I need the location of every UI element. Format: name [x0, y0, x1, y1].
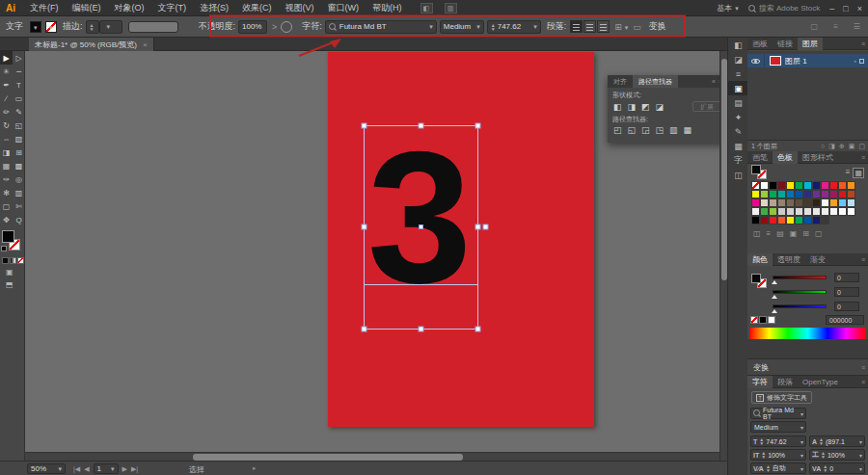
swatch[interactable] — [769, 216, 777, 224]
tab-close-icon[interactable]: × — [143, 40, 148, 49]
layers-menu-icon[interactable]: ≡ — [861, 40, 865, 47]
new-swatch-icon[interactable]: ⊞ — [802, 229, 809, 238]
pen-tool[interactable]: ✒ — [0, 78, 13, 92]
document-layout-icon[interactable]: ▥ — [445, 3, 457, 13]
trim-icon[interactable]: ◱ — [628, 125, 637, 135]
locate-object-icon[interactable]: ○ — [821, 143, 825, 150]
zoom-level-dropdown[interactable]: 50% — [27, 463, 66, 474]
swatch[interactable] — [812, 181, 821, 190]
tab-links[interactable]: 链接 — [773, 38, 798, 50]
b-slider[interactable]: 0 — [773, 301, 859, 312]
stock-search[interactable]: 搜索 Adobe Stock — [748, 3, 821, 13]
swatch[interactable] — [803, 190, 812, 198]
swatch[interactable] — [760, 216, 769, 224]
scale-tool[interactable]: ◱ — [13, 119, 25, 132]
export-panel-icon[interactable]: ◫ — [728, 168, 748, 182]
mesh-tool[interactable]: ▦ — [0, 159, 13, 172]
menu-item-1[interactable]: 编辑(E) — [66, 2, 108, 14]
touch-type-tool-button[interactable]: T 修饰文字工具 — [751, 391, 812, 404]
horizontal-scale-field[interactable]: 工▲▼ 100%▾ — [809, 449, 865, 461]
align-left-icon[interactable] — [570, 20, 583, 33]
swatch-options-icon[interactable]: ▤ — [776, 229, 784, 238]
kerning-field[interactable]: V∕A▲▼ 自动▾ — [750, 462, 806, 474]
swatch[interactable] — [795, 216, 803, 224]
free-transform-tool[interactable]: ▧ — [13, 132, 25, 145]
swatch[interactable] — [803, 216, 812, 224]
swatch[interactable] — [769, 207, 777, 216]
swatch[interactable] — [847, 190, 855, 198]
tab-color[interactable]: 颜色 — [747, 253, 773, 266]
last-artboard-icon[interactable]: ▶| — [131, 465, 138, 473]
line-segment-tool[interactable]: ∕ — [0, 92, 13, 105]
perspective-grid-tool[interactable]: ⊞ — [13, 145, 25, 159]
brushes-panel-icon[interactable]: ✎ — [728, 124, 748, 139]
swatch-fill-stroke-proxy[interactable] — [751, 165, 769, 180]
swatch[interactable] — [786, 207, 795, 216]
rectangle-tool[interactable]: ▭ — [13, 92, 25, 105]
drawing-mode-icon[interactable]: ▣ — [6, 268, 24, 277]
swatch[interactable] — [803, 207, 812, 216]
new-layer-icon[interactable]: ▣ — [849, 143, 855, 150]
swatch[interactable] — [786, 198, 795, 207]
swatch[interactable] — [795, 181, 803, 190]
doc-setup-icon[interactable]: ▭ — [633, 22, 641, 32]
visibility-eye-icon[interactable] — [751, 59, 760, 64]
canvas[interactable]: 3 对齐 路径查找器 « ≡ 形状模式: — [25, 51, 719, 461]
white-swatch-icon[interactable] — [768, 316, 775, 324]
r-slider[interactable]: 0 — [773, 272, 859, 283]
character-style-field[interactable]: Medium▾ — [750, 421, 806, 433]
tab-transparency[interactable]: 透明度 — [773, 253, 805, 266]
gradient-tool[interactable]: ▩ — [13, 159, 25, 172]
g-slider-thumb[interactable] — [772, 295, 777, 299]
swatch-kinds-icon[interactable]: ≡ — [767, 229, 772, 238]
swatch[interactable] — [847, 198, 855, 207]
swatch[interactable] — [838, 181, 847, 190]
swatch-libraries-icon[interactable]: ◫ — [753, 229, 761, 238]
rotate-tool[interactable]: ↻ — [0, 119, 13, 132]
swatch[interactable] — [847, 181, 855, 190]
workspace-switcher[interactable]: 基本 — [717, 3, 739, 13]
status-expand-icon[interactable]: ▸ — [253, 464, 257, 472]
swatch[interactable] — [786, 216, 795, 224]
stroke-color-swatch[interactable] — [45, 21, 57, 33]
swatches-menu-icon[interactable]: ≡ — [861, 154, 865, 161]
opacity-more-icon[interactable]: > — [272, 22, 277, 32]
exclude-icon[interactable]: ◪ — [656, 102, 665, 112]
horizontal-scrollbar-thumb[interactable] — [193, 454, 463, 461]
transform-menu-icon[interactable]: ≡ — [861, 364, 865, 371]
column-graph-tool[interactable]: ▥ — [13, 186, 25, 199]
swatch[interactable] — [777, 190, 786, 198]
width-profile-dropdown[interactable] — [128, 21, 178, 33]
black-swatch-icon[interactable] — [759, 316, 767, 324]
slice-tool[interactable]: ✄ — [13, 199, 25, 213]
menu-item-2[interactable]: 对象(O) — [108, 2, 151, 14]
symbol-sprayer-tool[interactable]: ✻ — [0, 186, 13, 199]
type-tool[interactable]: T — [13, 78, 25, 92]
first-artboard-icon[interactable]: |◀ — [73, 465, 80, 473]
font-size-field[interactable]: ▲▼747.62 — [487, 20, 541, 34]
r-slider-thumb[interactable] — [772, 280, 777, 284]
swatch[interactable] — [751, 207, 760, 216]
delete-layer-icon[interactable]: ▢ — [858, 143, 865, 150]
swatch[interactable] — [812, 190, 821, 198]
swatch[interactable] — [829, 198, 838, 207]
swatch[interactable] — [803, 181, 812, 190]
make-clipping-mask-icon[interactable]: ◨ — [828, 143, 835, 150]
layer-target-icon[interactable]: ◦ — [854, 58, 856, 65]
none-mode-icon[interactable] — [17, 257, 24, 264]
layers-panel-icon[interactable]: ▣ — [728, 81, 748, 95]
swatch[interactable] — [769, 198, 777, 207]
unite-icon[interactable]: ◧ — [613, 102, 622, 112]
swatch[interactable] — [847, 207, 855, 216]
transform-button[interactable]: 变换 — [649, 20, 666, 33]
swatch[interactable] — [777, 181, 786, 190]
artboard-tool[interactable]: ▢ — [0, 199, 13, 213]
style-circle-icon[interactable] — [281, 21, 292, 33]
layer-name[interactable]: 图层 1 — [785, 56, 807, 66]
font-style-dropdown[interactable]: Medium — [440, 20, 484, 34]
grid-view-icon[interactable]: ▦ — [853, 168, 864, 178]
menu-item-3[interactable]: 文字(T) — [151, 2, 194, 14]
swatch[interactable] — [838, 190, 847, 198]
gradient-mode-icon[interactable] — [10, 257, 16, 264]
layer-thumbnail[interactable] — [770, 56, 781, 66]
